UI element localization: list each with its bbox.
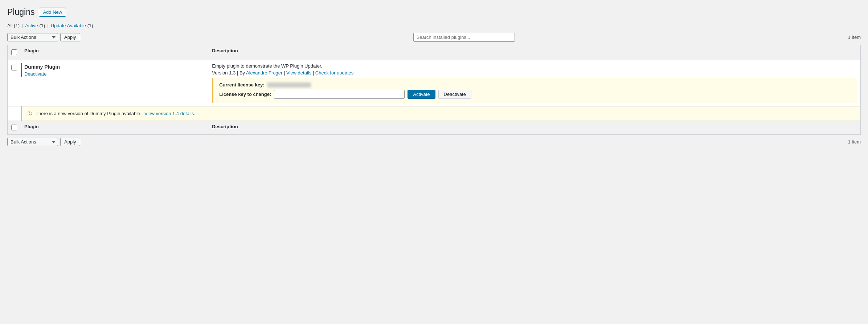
select-all-checkbox-bottom[interactable]: [11, 125, 17, 130]
filter-links: All (1) | Active (1) | Update Available …: [7, 23, 861, 28]
search-input[interactable]: [413, 33, 515, 42]
tablenav-top-left: Bulk Actions Activate Deactivate Update …: [7, 33, 80, 41]
deactivate-plugin-link[interactable]: Deactivate: [24, 71, 46, 77]
update-icon: ↻: [28, 110, 33, 117]
tablenav-bottom-left: Bulk Actions Activate Deactivate Update …: [7, 138, 80, 146]
select-all-checkbox-top[interactable]: [11, 49, 17, 55]
filter-all: All (1): [7, 23, 20, 28]
header-desc-col: Description: [208, 45, 860, 60]
current-license-row: Current license key:: [219, 82, 851, 88]
view-details-link[interactable]: View details: [286, 70, 311, 76]
license-key-value: [267, 82, 311, 88]
plugin-row-dummy: Dummy Plugin Deactivate Empty plugin to …: [8, 60, 861, 106]
view-version-link[interactable]: View version 1.4 details.: [144, 111, 195, 116]
plugins-table: Plugin Description Dummy Plugin Deactiva…: [7, 45, 861, 135]
search-box-top: [413, 33, 515, 42]
filter-update-available[interactable]: Update Available (1): [51, 23, 93, 28]
item-count-top: 1 item: [848, 35, 861, 40]
license-change-row: License key to change: Activate Deactiva…: [219, 90, 851, 99]
plugin-by: By: [239, 70, 245, 76]
license-section: Current license key: License key to chan…: [212, 78, 857, 103]
header-plugin-col: Plugin: [21, 45, 208, 60]
deactivate-license-button[interactable]: Deactivate: [438, 90, 471, 99]
tablenav-top: Bulk Actions Activate Deactivate Update …: [7, 32, 861, 42]
table-footer-header-row: Plugin Description: [8, 121, 861, 135]
plugin-desc-cell: Empty plugin to demonstrate the WP Plugi…: [208, 60, 860, 106]
table-header-row: Plugin Description: [8, 45, 861, 60]
license-change-label: License key to change:: [219, 92, 271, 97]
apply-top-button[interactable]: Apply: [60, 33, 80, 41]
bulk-actions-top-select[interactable]: Bulk Actions Activate Deactivate Update …: [7, 33, 58, 41]
footer-desc-col: Description: [208, 121, 860, 135]
update-notice-row: ↻ There is a new version of Dummy Plugin…: [8, 106, 861, 121]
plugin-version: Version 1.3: [212, 70, 236, 76]
add-new-button[interactable]: Add New: [39, 8, 66, 17]
bulk-actions-bottom-select[interactable]: Bulk Actions Activate Deactivate Update …: [7, 138, 58, 146]
page-header: Plugins Add New: [7, 7, 861, 17]
page-title: Plugins: [7, 7, 34, 17]
plugin-checkbox[interactable]: [11, 65, 17, 70]
plugin-name-cell: Dummy Plugin Deactivate: [21, 60, 208, 106]
plugin-author-link[interactable]: Alexandre Froger: [246, 70, 282, 76]
update-notice: ↻ There is a new version of Dummy Plugin…: [21, 106, 860, 121]
check-updates-link[interactable]: Check for updates: [315, 70, 354, 76]
license-key-label: Current license key:: [219, 82, 264, 88]
header-check-column: [8, 45, 21, 60]
plugin-actions: Deactivate: [24, 71, 205, 77]
plugin-name: Dummy Plugin: [24, 64, 205, 70]
tablenav-bottom: Bulk Actions Activate Deactivate Update …: [7, 137, 861, 147]
license-key-input[interactable]: [274, 90, 405, 99]
plugin-check-cell: [8, 60, 21, 106]
activate-license-button[interactable]: Activate: [408, 90, 435, 99]
filter-active[interactable]: Active (1): [25, 23, 45, 28]
item-count-bottom: 1 item: [848, 139, 861, 145]
plugin-description: Empty plugin to demonstrate the WP Plugi…: [212, 63, 857, 69]
apply-bottom-button[interactable]: Apply: [60, 138, 80, 146]
plugin-meta: Version 1.3 | By Alexandre Froger | View…: [212, 70, 857, 76]
update-notice-text: There is a new version of Dummy Plugin a…: [36, 111, 142, 116]
footer-plugin-col: Plugin: [21, 121, 208, 135]
